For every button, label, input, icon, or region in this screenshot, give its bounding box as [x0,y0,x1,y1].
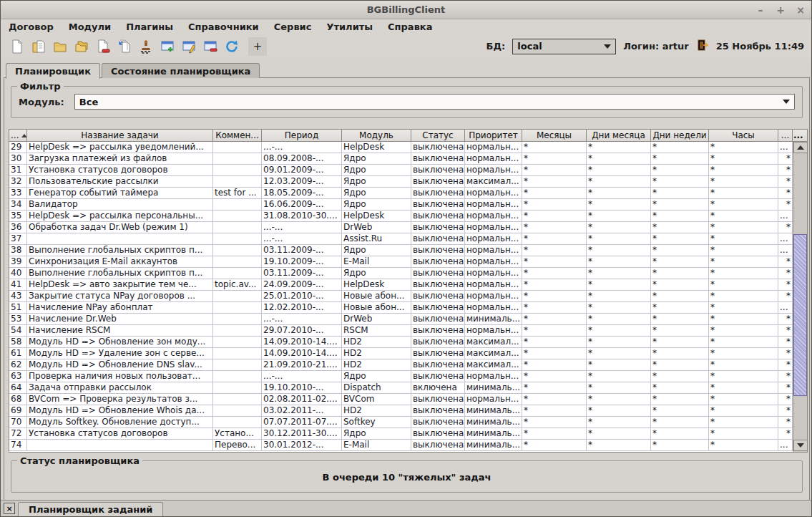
add-window-icon[interactable] [158,37,177,56]
column-header-9[interactable]: Дни месяца [587,130,651,142]
add-tab-button[interactable]: + [248,37,267,56]
menu-item-1[interactable]: Договор [6,21,56,33]
folders-icon[interactable] [72,37,91,56]
minimize-button[interactable]: – [755,4,765,16]
column-header-label: Название задачи [81,130,158,140]
table-row[interactable]: 33Генератор событий таймераtest for ...1… [9,188,793,199]
table-row[interactable]: 62Модуль HD => Обновление DNS slav...21.… [9,359,793,371]
column-header-12[interactable]: ... [778,130,793,142]
refresh-icon[interactable] [222,37,241,56]
cell-col8: * [522,302,587,314]
bottom-tab-scheduler[interactable]: Планировщик заданий [18,502,163,516]
table-row[interactable]: 35HelpDesk => рассылка персональны...31.… [9,211,793,222]
cell-col7: нормальн... [465,371,522,382]
cell-col2: Модуль HD => Обновление зон моду... [27,337,213,348]
table-row[interactable]: 54Начисление RSCM29.07.2010-...RSCMвыклю… [9,325,793,337]
folder-icon[interactable] [51,37,69,56]
scrollbar-thumb[interactable] [793,234,807,396]
tab-2[interactable]: Состояние планировщика [102,63,260,78]
table-row[interactable]: 63Проверка наличия новых пользоват......… [9,371,793,382]
open-document-icon[interactable] [29,37,48,56]
table-row[interactable]: 58Модуль HD => Обновление зон моду...14.… [9,337,793,348]
table-row[interactable]: 37...-...Assist.Ruвыключенанормальн...**… [9,233,793,245]
close-button[interactable]: × [796,4,806,16]
cell-col3 [213,142,262,153]
vertical-scrollbar[interactable] [793,142,807,452]
table-row[interactable]: 38Выполнение глобальных скриптов п...03.… [9,245,793,256]
cell-col4: 18.05.2009-... [262,188,342,199]
door-exit-icon[interactable] [696,39,709,54]
table-row[interactable]: 72Установка статусов договоровУстано...3… [9,428,793,440]
cell-col6: выключена [411,245,465,256]
table-row[interactable]: 74Перево...30.01.2012-...E-Mailвыключена… [9,440,793,451]
scroll-up-button[interactable] [793,142,808,153]
cell-col11: * [709,371,778,382]
menu-item-7[interactable]: Справка [386,21,434,33]
table-row[interactable]: 34Валидатор16.06.2009-...Ядровыключенано… [9,199,793,211]
column-header-2[interactable]: Название задачи [27,130,213,142]
table-row[interactable]: 29HelpDesk => рассылка уведомлений......… [9,142,793,153]
table-row[interactable]: 39Синхронизация E-Mail аккаунтов19.10.20… [9,256,793,268]
module-select[interactable]: Все [74,94,795,110]
table-row[interactable]: 68BVCom => Проверка результатов з...02.0… [9,394,793,405]
maximize-button[interactable]: + [776,4,786,16]
cell-col1: 29 [9,142,27,153]
menu-item-5[interactable]: Сервис [272,21,314,33]
column-header-11[interactable]: Часы [709,130,778,142]
table-row[interactable]: 61Модуль HD => Удаление зон с серве...14… [9,348,793,359]
copy-document-icon[interactable] [115,37,134,56]
menu-item-4[interactable]: Справочники [186,21,261,33]
stamp-icon[interactable] [137,37,155,56]
table-row[interactable]: 70Модуль Softkey. Обновление доступ...07… [9,417,793,428]
column-header-label: Статус [422,130,453,140]
column-header-3[interactable]: Коммен... [213,130,262,142]
table-row[interactable]: 43Закрытие статуса NPay договоров ...25.… [9,291,793,302]
column-header-5[interactable]: Модуль [342,130,411,142]
close-tab-button[interactable]: × [4,503,15,514]
cell-col10: * [651,314,709,325]
column-header-6[interactable]: Статус [411,130,465,142]
cell-col5: HD2 [342,405,411,417]
table-row[interactable]: 51Начисление NPay абонплат12.02.2010-...… [9,302,793,314]
table-row[interactable]: 32Пользовательские рассылки12.03.2009-..… [9,176,793,188]
scroll-down-button[interactable] [793,440,808,451]
menu-item-3[interactable]: Плагины [124,21,175,33]
table-row[interactable]: 36Обработка задач Dr.Web (режим 1)...-..… [9,222,793,233]
cell-col4: 07.07.2011-07.... [262,417,342,428]
cell-col5: Ядро [342,176,411,188]
cell-col11: * [709,222,778,233]
column-header-8[interactable]: Месяцы [522,130,587,142]
menu-item-6[interactable]: Утилиты [324,21,375,33]
edit-window-icon[interactable] [180,37,198,56]
column-header-label: Часы [732,130,755,140]
table-row[interactable]: 64Задача отправки рассылок19.10.2010-...… [9,382,793,394]
new-document-icon[interactable] [8,37,26,56]
cell-col12: * [778,176,793,188]
menu-item-2[interactable]: Модули [67,21,113,33]
cell-col12: ... [778,233,793,245]
delete-document-icon[interactable] [94,37,112,56]
table-row[interactable]: 40Выполнение глобальных скриптов п...03.… [9,268,793,279]
table-row[interactable]: 53Начисление Dr.Web...-...DrWebвыключена… [9,314,793,325]
cell-col5: Ядро [342,153,411,165]
cell-col3 [213,256,262,268]
cell-col10: * [651,302,709,314]
db-select[interactable]: local [512,39,616,54]
cell-col9: * [587,440,651,451]
cell-col4: 02.08.2011-02.... [262,394,342,405]
cell-col1: 38 [9,245,27,256]
column-header-label: ... [11,130,19,140]
column-header-7[interactable]: Приоритет [465,130,522,142]
cell-col5: Ядро [342,199,411,211]
remove-window-icon[interactable] [201,37,220,56]
table-row[interactable]: 69Модуль HD => Обновление Whois да...03.… [9,405,793,417]
column-header-label: Модуль [359,130,393,140]
column-header-4[interactable]: Период [262,130,342,142]
tab-1[interactable]: Планировщик [6,63,100,79]
column-header-1[interactable]: ... [9,130,27,142]
cell-col5: HelpDesk [342,211,411,222]
column-header-10[interactable]: Дни недели [651,130,709,142]
table-row[interactable]: 30Загрузка платежей из файлов08.09.2008-… [9,153,793,165]
table-row[interactable]: 41HelpDesk => авто закрытие тем че...top… [9,279,793,291]
table-row[interactable]: 31Установка статусов договоров09.01.2009… [9,165,793,176]
